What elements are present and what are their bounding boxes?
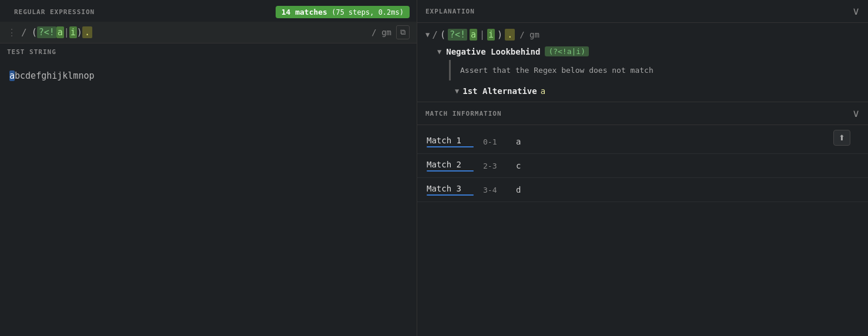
regex-special: ?<! (37, 26, 56, 38)
match-item-2: Match 2 2-3 c (417, 154, 868, 178)
copy-button[interactable]: ⧉ (396, 25, 410, 39)
regex-display-line: ▼ / ( ?<! a | i ) . / gm (425, 29, 860, 41)
slash-left: / (21, 27, 27, 38)
matches-count: 14 matches (281, 8, 327, 16)
expand-arrow[interactable]: ▼ (425, 31, 430, 39)
test-string-content[interactable]: abcdefghijklmnop (0, 61, 417, 336)
right-panel: EXPLANATION ∨ ▼ / ( ?<! a | i ) . / gm ▼… (417, 0, 868, 336)
assert-text: Assert that the Regex below does not mat… (449, 60, 860, 80)
alt-value: a (541, 86, 545, 96)
disp-open-paren: ( (440, 29, 445, 40)
regex-label: REGULAR EXPRESSION (7, 4, 102, 21)
test-string-label: TEST STRING (0, 43, 417, 61)
disp-flags: / gm (520, 30, 539, 39)
test-string-section: TEST STRING abcdefghijklmnop (0, 43, 417, 336)
explanation-body: ▼ / ( ?<! a | i ) . / gm ▼ Negative Look… (417, 23, 868, 102)
match-range-1: 0-1 (483, 137, 507, 146)
disp-close-paren: ) (497, 29, 502, 40)
negative-lookbehind-label: Negative Lookbehind (446, 47, 540, 56)
regex-content: ( ?<! a | i ) . (32, 26, 365, 38)
disp-special: ?<! (448, 29, 467, 41)
disp-dot: . (505, 29, 515, 41)
alt-arrow[interactable]: ▼ (455, 87, 459, 95)
regex-pipe: | (64, 27, 69, 38)
lookbehind-row: ▼ Negative Lookbehind (?<!a|i) (437, 46, 860, 56)
match-label-2[interactable]: Match 2 (427, 160, 474, 172)
match-info-title: MATCH INFORMATION (425, 110, 502, 117)
explanation-title: EXPLANATION (425, 8, 475, 15)
regex-char-a: a (56, 26, 64, 38)
match-label-3[interactable]: Match 3 (427, 184, 474, 196)
regex-bar: ⋮ / ( ?<! a | i ) . / gm ⧉ (0, 22, 417, 43)
close-paren: ) (77, 27, 82, 38)
match-value-3: d (516, 185, 521, 194)
match-value-1: a (516, 137, 521, 146)
match-label-text-2: Match 2 (427, 160, 461, 169)
match-label-text-1: Match 1 (427, 136, 461, 145)
regex-flags: / gm (371, 28, 391, 37)
regex-header: REGULAR EXPRESSION 14 matches (75 steps,… (0, 0, 417, 22)
disp-char-i: i (487, 29, 495, 41)
alt-label: 1st Alternative (463, 86, 537, 96)
left-panel: REGULAR EXPRESSION 14 matches (75 steps,… (0, 0, 417, 336)
matches-badge: 14 matches (75 steps, 0.2ms) (276, 6, 410, 18)
match-range-2: 2-3 (483, 162, 507, 170)
match-underline-2 (427, 170, 474, 172)
open-paren: ( (32, 27, 37, 38)
export-button[interactable]: ⬆ (833, 130, 850, 146)
matches-detail: (75 steps, 0.2ms) (327, 8, 404, 16)
match-item-3: Match 3 3-4 d (417, 178, 868, 202)
first-alternative-row: ▼ 1st Alternative a (455, 86, 860, 96)
match-info-section: MATCH INFORMATION ∨ ⬆ Match 1 0-1 a Matc… (417, 102, 868, 336)
match-underline-1 (427, 146, 474, 147)
match-item-1: Match 1 0-1 a (417, 130, 868, 154)
drag-handle[interactable]: ⋮ (7, 27, 16, 38)
highlighted-char-a: a (9, 70, 15, 81)
disp-char-a: a (470, 29, 477, 41)
match-value-2: c (516, 161, 521, 170)
match-range-3: 3-4 (483, 186, 507, 194)
explanation-collapse-button[interactable]: ∨ (852, 5, 860, 18)
match-label-text-3: Match 3 (427, 184, 461, 193)
lookbehind-code: (?<!a|i) (545, 46, 589, 56)
negative-lookbehind-section: ▼ Negative Lookbehind (?<!a|i) Assert th… (437, 46, 860, 96)
disp-pipe: | (480, 29, 485, 40)
match-label-1[interactable]: Match 1 (427, 136, 474, 147)
slash-display: / (432, 29, 438, 41)
match-info-header: MATCH INFORMATION ∨ (417, 102, 868, 125)
explanation-header: EXPLANATION ∨ (417, 0, 868, 23)
test-string-rest: bcdefghijklmnop (15, 70, 94, 81)
match-list: ⬆ Match 1 0-1 a Match 2 2-3 c (417, 125, 868, 336)
match-underline-3 (427, 194, 474, 196)
lookbehind-arrow[interactable]: ▼ (437, 48, 441, 56)
match-info-collapse-button[interactable]: ∨ (852, 107, 860, 120)
regex-char-i: i (69, 26, 77, 38)
regex-dot: . (82, 26, 92, 38)
